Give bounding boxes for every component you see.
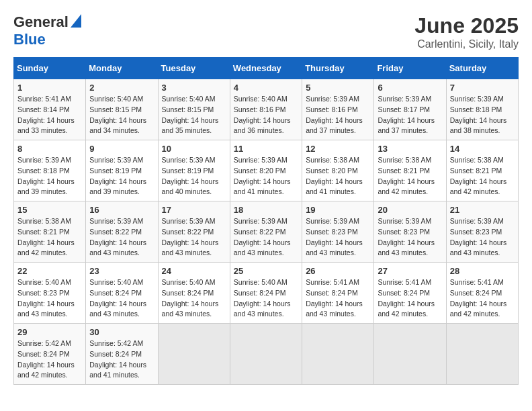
calendar-cell xyxy=(446,324,518,385)
col-friday: Friday xyxy=(374,58,446,79)
day-info: Sunrise: 5:39 AMSunset: 8:19 PMDaylight:… xyxy=(162,155,226,197)
day-info: Sunrise: 5:40 AMSunset: 8:15 PMDaylight:… xyxy=(162,94,226,136)
calendar-cell: 13Sunrise: 5:38 AMSunset: 8:21 PMDayligh… xyxy=(374,140,446,201)
day-number: 21 xyxy=(450,205,515,215)
calendar-row: 8Sunrise: 5:39 AMSunset: 8:18 PMDaylight… xyxy=(14,140,519,201)
logo-general-text: General xyxy=(13,13,69,31)
day-number: 2 xyxy=(89,83,154,93)
col-thursday: Thursday xyxy=(302,58,374,79)
day-info: Sunrise: 5:41 AMSunset: 8:14 PMDaylight:… xyxy=(17,94,82,136)
day-number: 17 xyxy=(162,205,226,215)
day-number: 20 xyxy=(378,205,442,215)
col-wednesday: Wednesday xyxy=(230,58,302,79)
day-number: 28 xyxy=(450,266,515,276)
day-info: Sunrise: 5:41 AMSunset: 8:24 PMDaylight:… xyxy=(450,277,515,320)
calendar-cell: 18Sunrise: 5:39 AMSunset: 8:22 PMDayligh… xyxy=(230,201,302,263)
calendar-cell: 30Sunrise: 5:42 AMSunset: 8:24 PMDayligh… xyxy=(86,324,158,385)
calendar-cell: 5Sunrise: 5:39 AMSunset: 8:16 PMDaylight… xyxy=(302,79,374,140)
day-info: Sunrise: 5:39 AMSunset: 8:16 PMDaylight:… xyxy=(306,94,370,136)
day-info: Sunrise: 5:42 AMSunset: 8:24 PMDaylight:… xyxy=(17,338,82,381)
day-info: Sunrise: 5:39 AMSunset: 8:22 PMDaylight:… xyxy=(162,216,226,259)
calendar-cell: 16Sunrise: 5:39 AMSunset: 8:22 PMDayligh… xyxy=(86,201,158,263)
calendar-row: 15Sunrise: 5:38 AMSunset: 8:21 PMDayligh… xyxy=(14,201,519,263)
day-number: 29 xyxy=(17,327,82,337)
day-number: 7 xyxy=(450,83,515,93)
day-info: Sunrise: 5:42 AMSunset: 8:24 PMDaylight:… xyxy=(89,338,154,381)
calendar-row: 22Sunrise: 5:40 AMSunset: 8:23 PMDayligh… xyxy=(14,263,519,324)
calendar-cell: 1Sunrise: 5:41 AMSunset: 8:14 PMDaylight… xyxy=(14,79,86,140)
day-number: 18 xyxy=(234,205,298,215)
day-info: Sunrise: 5:40 AMSunset: 8:15 PMDaylight:… xyxy=(89,94,154,136)
day-info: Sunrise: 5:39 AMSunset: 8:23 PMDaylight:… xyxy=(450,216,515,259)
calendar-cell: 14Sunrise: 5:38 AMSunset: 8:21 PMDayligh… xyxy=(446,140,518,201)
day-info: Sunrise: 5:39 AMSunset: 8:18 PMDaylight:… xyxy=(17,155,82,197)
col-sunday: Sunday xyxy=(14,58,86,79)
calendar-cell: 2Sunrise: 5:40 AMSunset: 8:15 PMDaylight… xyxy=(86,79,158,140)
calendar-cell: 25Sunrise: 5:40 AMSunset: 8:24 PMDayligh… xyxy=(230,263,302,324)
day-number: 15 xyxy=(17,205,82,215)
calendar-row: 29Sunrise: 5:42 AMSunset: 8:24 PMDayligh… xyxy=(14,324,519,385)
calendar-cell xyxy=(230,324,302,385)
calendar-cell: 10Sunrise: 5:39 AMSunset: 8:19 PMDayligh… xyxy=(158,140,230,201)
day-info: Sunrise: 5:38 AMSunset: 8:21 PMDaylight:… xyxy=(17,216,82,259)
col-saturday: Saturday xyxy=(446,58,518,79)
day-info: Sunrise: 5:38 AMSunset: 8:21 PMDaylight:… xyxy=(378,155,442,197)
day-number: 5 xyxy=(306,83,370,93)
calendar-cell: 3Sunrise: 5:40 AMSunset: 8:15 PMDaylight… xyxy=(158,79,230,140)
calendar-cell: 19Sunrise: 5:39 AMSunset: 8:23 PMDayligh… xyxy=(302,201,374,263)
logo-triangle-icon xyxy=(71,14,81,30)
day-info: Sunrise: 5:39 AMSunset: 8:23 PMDaylight:… xyxy=(306,216,370,259)
day-info: Sunrise: 5:39 AMSunset: 8:17 PMDaylight:… xyxy=(378,94,442,136)
logo: General Blue xyxy=(13,13,82,48)
day-number: 25 xyxy=(234,266,298,276)
calendar-cell: 23Sunrise: 5:40 AMSunset: 8:24 PMDayligh… xyxy=(86,263,158,324)
calendar-cell: 6Sunrise: 5:39 AMSunset: 8:17 PMDaylight… xyxy=(374,79,446,140)
calendar-cell: 8Sunrise: 5:39 AMSunset: 8:18 PMDaylight… xyxy=(14,140,86,201)
svg-marker-0 xyxy=(71,14,81,28)
day-info: Sunrise: 5:41 AMSunset: 8:24 PMDaylight:… xyxy=(378,277,442,320)
day-number: 19 xyxy=(306,205,370,215)
page-header: General Blue June 2025 Carlentini, Sicil… xyxy=(13,13,519,50)
calendar-cell: 7Sunrise: 5:39 AMSunset: 8:18 PMDaylight… xyxy=(446,79,518,140)
day-info: Sunrise: 5:40 AMSunset: 8:16 PMDaylight:… xyxy=(234,94,298,136)
calendar-cell: 17Sunrise: 5:39 AMSunset: 8:22 PMDayligh… xyxy=(158,201,230,263)
month-title: June 2025 xyxy=(414,13,519,38)
day-number: 30 xyxy=(89,327,154,337)
day-number: 26 xyxy=(306,266,370,276)
day-number: 8 xyxy=(17,144,82,154)
calendar-cell: 26Sunrise: 5:41 AMSunset: 8:24 PMDayligh… xyxy=(302,263,374,324)
col-monday: Monday xyxy=(86,58,158,79)
day-number: 22 xyxy=(17,266,82,276)
day-number: 27 xyxy=(378,266,442,276)
calendar-cell: 29Sunrise: 5:42 AMSunset: 8:24 PMDayligh… xyxy=(14,324,86,385)
day-number: 6 xyxy=(378,83,442,93)
calendar-cell: 12Sunrise: 5:38 AMSunset: 8:20 PMDayligh… xyxy=(302,140,374,201)
calendar-header-row: Sunday Monday Tuesday Wednesday Thursday… xyxy=(14,58,519,79)
title-area: June 2025 Carlentini, Sicily, Italy xyxy=(414,13,519,50)
day-number: 10 xyxy=(162,144,226,154)
day-info: Sunrise: 5:38 AMSunset: 8:21 PMDaylight:… xyxy=(450,155,515,197)
day-number: 9 xyxy=(89,144,154,154)
calendar-cell: 22Sunrise: 5:40 AMSunset: 8:23 PMDayligh… xyxy=(14,263,86,324)
day-number: 14 xyxy=(450,144,515,154)
day-info: Sunrise: 5:39 AMSunset: 8:20 PMDaylight:… xyxy=(234,155,298,197)
calendar-cell: 15Sunrise: 5:38 AMSunset: 8:21 PMDayligh… xyxy=(14,201,86,263)
calendar-cell: 27Sunrise: 5:41 AMSunset: 8:24 PMDayligh… xyxy=(374,263,446,324)
col-tuesday: Tuesday xyxy=(158,58,230,79)
day-info: Sunrise: 5:40 AMSunset: 8:24 PMDaylight:… xyxy=(234,277,298,320)
calendar-cell: 28Sunrise: 5:41 AMSunset: 8:24 PMDayligh… xyxy=(446,263,518,324)
day-info: Sunrise: 5:38 AMSunset: 8:20 PMDaylight:… xyxy=(306,155,370,197)
calendar-cell xyxy=(158,324,230,385)
day-number: 23 xyxy=(89,266,154,276)
day-number: 12 xyxy=(306,144,370,154)
day-number: 24 xyxy=(162,266,226,276)
logo-blue-text: Blue xyxy=(13,31,46,48)
day-info: Sunrise: 5:40 AMSunset: 8:24 PMDaylight:… xyxy=(89,277,154,320)
calendar-cell xyxy=(374,324,446,385)
day-info: Sunrise: 5:39 AMSunset: 8:18 PMDaylight:… xyxy=(450,94,515,136)
day-number: 13 xyxy=(378,144,442,154)
calendar-cell: 24Sunrise: 5:40 AMSunset: 8:24 PMDayligh… xyxy=(158,263,230,324)
day-info: Sunrise: 5:39 AMSunset: 8:19 PMDaylight:… xyxy=(89,155,154,197)
day-info: Sunrise: 5:40 AMSunset: 8:24 PMDaylight:… xyxy=(162,277,226,320)
day-number: 4 xyxy=(234,83,298,93)
